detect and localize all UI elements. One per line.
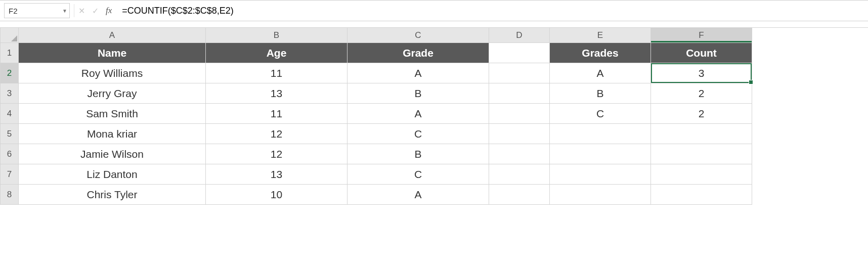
cell-F3[interactable]: 2 <box>651 83 752 104</box>
formula-bar-icons: ✕ ✓ fx <box>78 6 112 16</box>
cell-E5[interactable] <box>550 124 651 144</box>
col-head-C[interactable]: C <box>348 28 489 43</box>
cell-D6[interactable] <box>489 144 550 164</box>
dropdown-icon[interactable]: ▼ <box>62 8 67 14</box>
header-age[interactable]: Age <box>206 43 348 63</box>
name-box[interactable]: F2 ▼ <box>4 3 70 18</box>
cell-C6[interactable]: B <box>348 144 489 164</box>
select-all-corner[interactable] <box>1 28 19 43</box>
cell-C7[interactable]: C <box>348 164 489 185</box>
header-count[interactable]: Count <box>651 43 752 63</box>
cell-B7[interactable]: 13 <box>206 164 348 185</box>
row-head-5[interactable]: 5 <box>1 124 19 144</box>
row-head-2[interactable]: 2 <box>1 63 19 83</box>
formula-input[interactable] <box>119 4 866 18</box>
cell-F2[interactable]: 3 <box>651 63 752 83</box>
row-head-7[interactable]: 7 <box>1 164 19 185</box>
cell-B5[interactable]: 12 <box>206 124 348 144</box>
cell-B8[interactable]: 10 <box>206 185 348 205</box>
cell-F8[interactable] <box>651 185 752 205</box>
cell-B4[interactable]: 11 <box>206 104 348 124</box>
cell-C4[interactable]: A <box>348 104 489 124</box>
col-head-F[interactable]: F <box>651 28 752 43</box>
col-head-E[interactable]: E <box>550 28 651 43</box>
spreadsheet-grid: A B C D E F 1 Name Age Grade Grades Coun… <box>0 27 868 205</box>
row-head-6[interactable]: 6 <box>1 144 19 164</box>
row-head-3[interactable]: 3 <box>1 83 19 104</box>
cell-E3[interactable]: B <box>550 83 651 104</box>
cell-E8[interactable] <box>550 185 651 205</box>
header-grades[interactable]: Grades <box>550 43 651 63</box>
cell-F5[interactable] <box>651 124 752 144</box>
cell-E2[interactable]: A <box>550 63 651 83</box>
cell-E6[interactable] <box>550 144 651 164</box>
cell-E7[interactable] <box>550 164 651 185</box>
cell-A5[interactable]: Mona kriar <box>19 124 206 144</box>
cell-B3[interactable]: 13 <box>206 83 348 104</box>
cell-C2[interactable]: A <box>348 63 489 83</box>
cell-D1[interactable] <box>489 43 550 63</box>
cell-B2[interactable]: 11 <box>206 63 348 83</box>
cell-D4[interactable] <box>489 104 550 124</box>
cell-A6[interactable]: Jamie Wilson <box>19 144 206 164</box>
row-head-4[interactable]: 4 <box>1 104 19 124</box>
col-head-D[interactable]: D <box>489 28 550 43</box>
row-head-1[interactable]: 1 <box>1 43 19 63</box>
cell-D2[interactable] <box>489 63 550 83</box>
header-grade[interactable]: Grade <box>348 43 489 63</box>
cell-A3[interactable]: Jerry Gray <box>19 83 206 104</box>
cell-F4[interactable]: 2 <box>651 104 752 124</box>
cell-D7[interactable] <box>489 164 550 185</box>
cell-D5[interactable] <box>489 124 550 144</box>
cell-D3[interactable] <box>489 83 550 104</box>
cell-B6[interactable]: 12 <box>206 144 348 164</box>
name-box-value: F2 <box>9 7 18 15</box>
cell-C3[interactable]: B <box>348 83 489 104</box>
cancel-icon[interactable]: ✕ <box>78 6 85 16</box>
formula-bar: F2 ▼ ✕ ✓ fx <box>0 0 868 21</box>
cell-A8[interactable]: Chris Tyler <box>19 185 206 205</box>
cell-A2[interactable]: Roy Williams <box>19 63 206 83</box>
cell-E4[interactable]: C <box>550 104 651 124</box>
cell-C5[interactable]: C <box>348 124 489 144</box>
cell-A4[interactable]: Sam Smith <box>19 104 206 124</box>
cell-D8[interactable] <box>489 185 550 205</box>
row-head-8[interactable]: 8 <box>1 185 19 205</box>
header-name[interactable]: Name <box>19 43 206 63</box>
col-head-A[interactable]: A <box>19 28 206 43</box>
col-head-B[interactable]: B <box>206 28 348 43</box>
svg-marker-0 <box>11 35 17 41</box>
cell-A7[interactable]: Liz Danton <box>19 164 206 185</box>
cell-C8[interactable]: A <box>348 185 489 205</box>
cell-F6[interactable] <box>651 144 752 164</box>
cell-F7[interactable] <box>651 164 752 185</box>
separator <box>74 4 74 17</box>
fx-icon[interactable]: fx <box>106 6 112 16</box>
enter-icon[interactable]: ✓ <box>92 6 99 16</box>
